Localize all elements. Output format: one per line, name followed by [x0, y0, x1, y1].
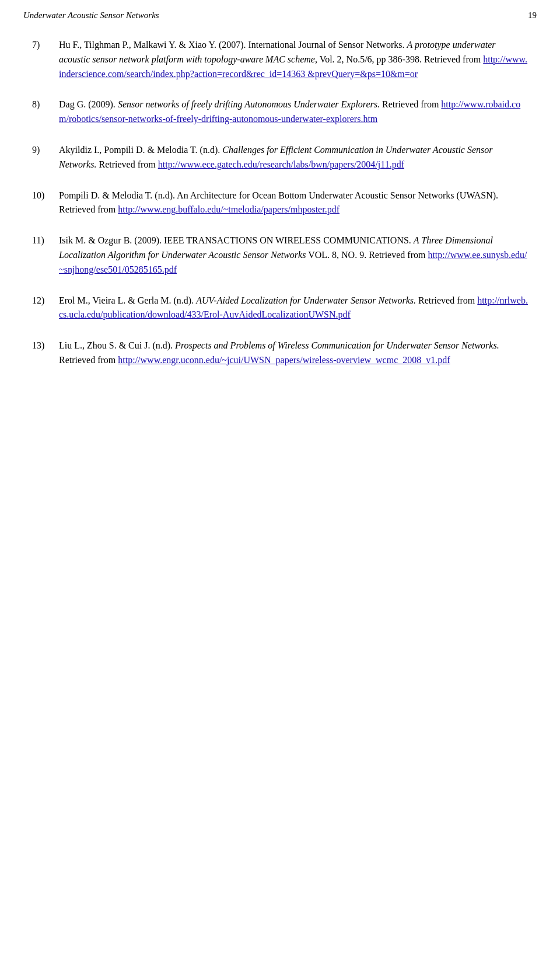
page-header: Underwater Acoustic Sensor Networks 19 [0, 0, 560, 26]
ref-number: 9) [32, 143, 59, 172]
ref-content: Akyildiz I., Pompili D. & Melodia T. (n.… [59, 143, 528, 172]
reference-item: 7)Hu F., Tilghman P., Malkawi Y. & Xiao … [32, 38, 528, 81]
content-area: 7)Hu F., Tilghman P., Malkawi Y. & Xiao … [0, 26, 560, 404]
ref-number: 7) [32, 38, 59, 81]
ref-content: Pompili D. & Melodia T. (n.d). An Archit… [59, 189, 528, 218]
reference-item: 12)Erol M., Vieira L. & Gerla M. (n.d). … [32, 294, 528, 323]
ref-number: 10) [32, 189, 59, 218]
reference-item: 9)Akyildiz I., Pompili D. & Melodia T. (… [32, 143, 528, 172]
ref-content: Isik M. & Ozgur B. (2009). IEEE TRANSACT… [59, 234, 528, 277]
ref-link[interactable]: http://www.engr.uconn.edu/~jcui/UWSN_pap… [118, 355, 450, 365]
reference-item: 11)Isik M. & Ozgur B. (2009). IEEE TRANS… [32, 234, 528, 277]
page-container: Underwater Acoustic Sensor Networks 19 7… [0, 0, 560, 958]
ref-content: Liu L., Zhou S. & Cui J. (n.d). Prospect… [59, 339, 528, 368]
ref-content: Dag G. (2009). Sensor networks of freely… [59, 97, 528, 127]
header-page-number: 19 [528, 11, 537, 20]
header-title: Underwater Acoustic Sensor Networks [23, 11, 159, 20]
ref-number: 13) [32, 339, 59, 368]
reference-item: 10)Pompili D. & Melodia T. (n.d). An Arc… [32, 189, 528, 218]
reference-item: 13)Liu L., Zhou S. & Cui J. (n.d). Prosp… [32, 339, 528, 368]
ref-link[interactable]: http://www.ece.gatech.edu/research/labs/… [158, 159, 404, 169]
ref-number: 8) [32, 97, 59, 127]
ref-link[interactable]: http://www.eng.buffalo.edu/~tmelodia/pap… [118, 204, 340, 214]
reference-item: 8)Dag G. (2009). Sensor networks of free… [32, 97, 528, 127]
ref-content: Erol M., Vieira L. & Gerla M. (n.d). AUV… [59, 294, 528, 323]
references-container: 7)Hu F., Tilghman P., Malkawi Y. & Xiao … [32, 38, 528, 368]
ref-content: Hu F., Tilghman P., Malkawi Y. & Xiao Y.… [59, 38, 528, 81]
ref-number: 12) [32, 294, 59, 323]
ref-number: 11) [32, 234, 59, 277]
